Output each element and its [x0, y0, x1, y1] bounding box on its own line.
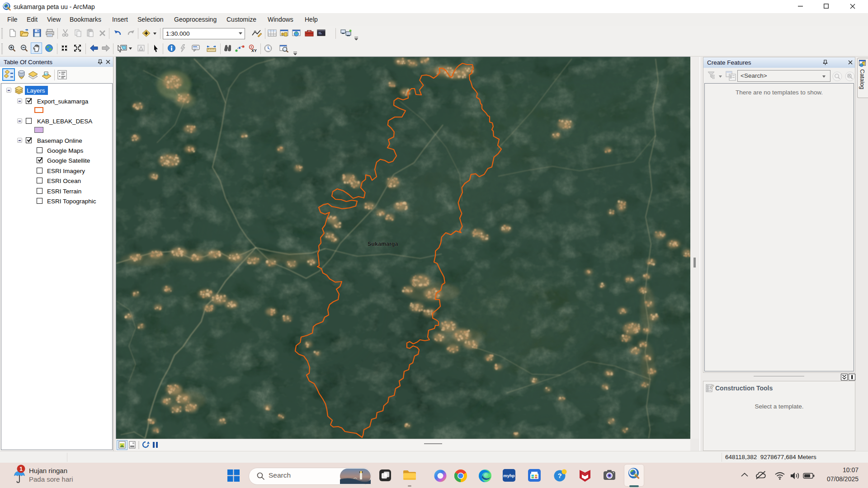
- svg-text:Sukamarga: Sukamarga: [368, 241, 398, 247]
- svg-text:XY: XY: [251, 48, 257, 52]
- svg-text:?: ?: [557, 472, 561, 479]
- svg-text:myhp: myhp: [503, 473, 515, 478]
- svg-text:1: 1: [19, 466, 23, 472]
